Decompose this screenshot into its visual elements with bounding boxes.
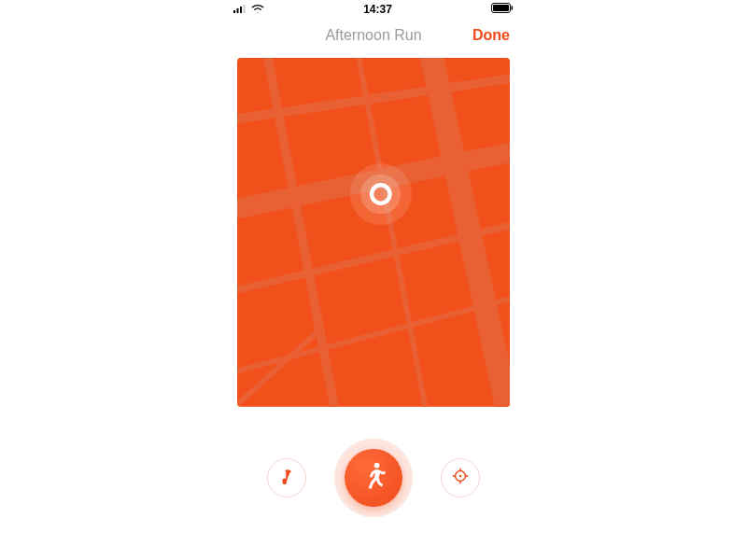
locate-button[interactable] bbox=[441, 458, 480, 497]
location-dot-icon bbox=[350, 163, 412, 225]
status-right bbox=[491, 3, 514, 16]
svg-rect-5 bbox=[493, 5, 509, 11]
svg-point-15 bbox=[459, 474, 462, 477]
done-button[interactable]: Done bbox=[472, 27, 510, 44]
page-title: Afternoon Run bbox=[325, 27, 421, 44]
phone-frame: 14:37 Afternoon Run Done bbox=[224, 0, 523, 560]
cellular-icon bbox=[233, 3, 247, 16]
status-left bbox=[233, 3, 264, 16]
svg-point-9 bbox=[360, 175, 401, 215]
svg-rect-3 bbox=[244, 5, 246, 13]
locate-icon bbox=[451, 467, 470, 489]
battery-icon bbox=[491, 3, 514, 16]
svg-rect-6 bbox=[511, 6, 513, 9]
svg-rect-1 bbox=[237, 8, 239, 13]
nav-bar: Afternoon Run Done bbox=[224, 19, 523, 52]
wifi-icon bbox=[251, 3, 264, 16]
music-button[interactable] bbox=[267, 458, 306, 497]
map-view[interactable] bbox=[237, 58, 510, 407]
start-run-halo bbox=[334, 439, 413, 517]
svg-point-13 bbox=[374, 463, 380, 469]
status-bar: 14:37 bbox=[224, 0, 523, 19]
svg-rect-0 bbox=[233, 10, 235, 13]
status-time: 14:37 bbox=[363, 3, 392, 16]
music-icon bbox=[278, 468, 295, 488]
map-container bbox=[224, 52, 523, 407]
svg-rect-2 bbox=[240, 7, 242, 13]
action-row bbox=[224, 439, 523, 517]
start-run-button[interactable] bbox=[345, 449, 402, 507]
run-icon bbox=[358, 460, 389, 496]
svg-rect-12 bbox=[286, 470, 288, 480]
